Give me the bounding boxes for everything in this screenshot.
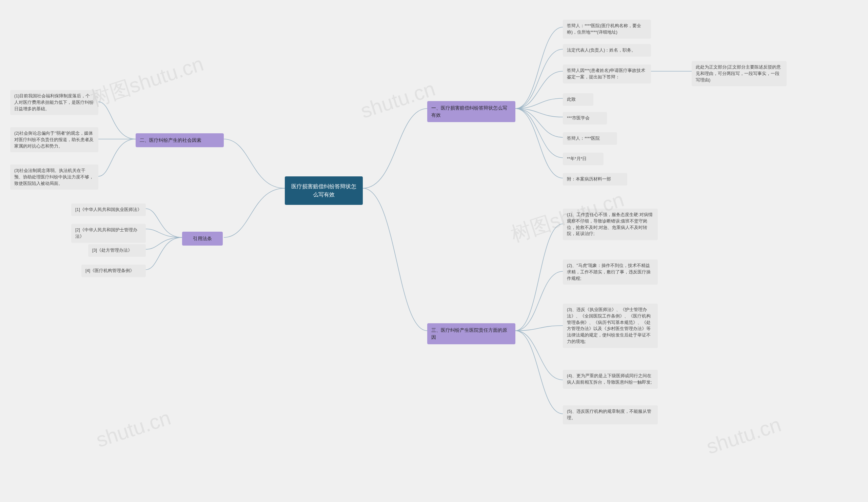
leaf-b1-date: **年*月*日 (563, 153, 603, 165)
leaf-law-1: [1]《中华人民共和国执业医师法》 (71, 204, 146, 216)
leaf-b2-2: (2)社会舆论总偏向于"弱者"的观念，媒体对医疗纠纷不负责任的报道，助长患者及家… (10, 127, 98, 152)
leaf-b2-1: (1)目前我国社会福利保障制度落后，个人对医疗费用承担能力低下，是医疗纠纷日益增… (10, 90, 98, 115)
root-node[interactable]: 医疗损害赔偿纠纷答辩状怎么写有效 (285, 176, 363, 205)
leaf-b3-2: (2)、"马虎"现象：操作不到位，技术不精益求精，工作不踏实，敷衍了事，违反医疗… (563, 259, 658, 285)
branch-section-2[interactable]: 二、医疗纠纷产生的社会因素 (136, 133, 224, 147)
leaf-b1-cause-note: 此处为正文部分(正文部分主要陈述反驳的意见和理由，可分两段写，一段写事实，一段写… (692, 61, 787, 86)
leaf-b3-1: (1)、工作责任心不强，服务态度生硬:对病情观察不仔细，导致诊断错误;值班不坚守… (563, 208, 658, 240)
leaf-b1-medsoc: ***市医学会 (563, 112, 607, 124)
leaf-b1-cause: 答辩人因***(患者姓名)申请医疗事故技术鉴定一案，提出如下答辩： (563, 64, 651, 83)
leaf-b1-legal-rep: 法定代表人(负责人)：姓名，职务。 (563, 44, 651, 57)
watermark: 树图shutu.cn (87, 50, 207, 113)
leaf-law-4: [4]《医疗机构管理条例》 (81, 265, 146, 277)
branch-section-1[interactable]: 一、医疗损害赔偿纠纷答辩状怎么写有效 (427, 101, 515, 122)
leaf-b1-respondent2: 答辩人：****医院 (563, 132, 617, 145)
leaf-law-3: [3]《处方管理办法》 (88, 244, 146, 257)
mindmap-canvas: 医疗损害赔偿纠纷答辩状怎么写有效 一、医疗损害赔偿纠纷答辩状怎么写有效 答辩人：… (0, 0, 868, 502)
leaf-law-2: [2]《中华人民共和国护士管理办法》 (71, 224, 146, 243)
watermark: shutu.cn (93, 406, 174, 452)
branch-section-3[interactable]: 三、医疗纠纷产生医院责任方面的原因 (427, 323, 515, 344)
leaf-b1-cizhi: 此致 (563, 93, 593, 106)
leaf-b1-respondent: 答辩人：****医院(医疗机构名称，要全称)，住所地****(详细地址) (563, 20, 651, 39)
leaf-b3-3: (3)、违反《执业医师法》、《护士管理办法》、《全国医院工作条例》、《医疗机构管… (563, 304, 658, 348)
leaf-b1-attachment: 附：本案病历材料一部 (563, 173, 627, 185)
leaf-b3-5: (5)、违反医疗机构的规章制度，不能服从管理。 (563, 405, 658, 424)
watermark: shutu.cn (358, 77, 438, 123)
watermark: shutu.cn (704, 413, 784, 459)
branch-citations[interactable]: 引用法条 (182, 232, 223, 246)
leaf-b3-4: (4)、更为严重的是上下级医师或同行之间在病人面前相互拆台，导致医患纠纷一触即发… (563, 370, 658, 389)
leaf-b2-3: (3)社会法制观念薄弱。执法机关在干预、协助处理医疗纠纷中执法力度不够，致使医院… (10, 164, 98, 189)
